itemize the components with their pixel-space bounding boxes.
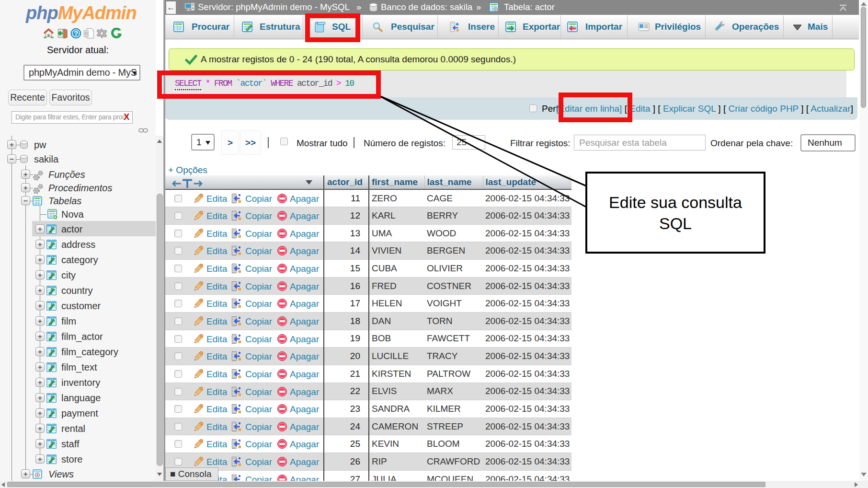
svg-text:?: ?	[74, 29, 78, 37]
